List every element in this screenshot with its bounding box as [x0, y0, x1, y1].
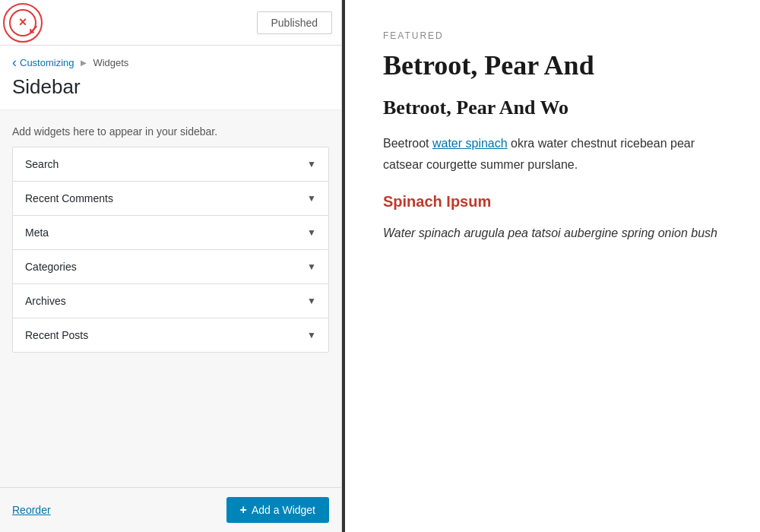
breadcrumb: ‹ Customizing ► Widgets [12, 55, 329, 71]
preview-panel: FEATURED Betroot, Pear And Betroot, Pear… [342, 0, 760, 532]
article-body: Beetroot water spinach okra water chestn… [383, 133, 730, 174]
article-title-large: Betroot, Pear And [383, 50, 730, 81]
bottom-bar: Reorder + Add a Widget [0, 487, 341, 532]
plus-icon: + [240, 503, 247, 517]
body-prefix: Beetroot [383, 137, 432, 150]
widget-label: Search [25, 158, 59, 170]
widget-expand-icon: ▼ [307, 330, 316, 340]
widget-item[interactable]: Categories▼ [12, 249, 329, 284]
widget-label: Recent Comments [25, 192, 113, 204]
widget-expand-icon: ▼ [307, 261, 316, 272]
body-link[interactable]: water spinach [432, 137, 508, 150]
customizer-panel: × ↙ Published ‹ Customizing ► Widgets Si… [0, 0, 342, 532]
cursor-icon: ↙ [28, 22, 38, 36]
add-widget-label: Add a Widget [252, 504, 315, 516]
add-widget-button[interactable]: + Add a Widget [226, 497, 329, 523]
widget-item[interactable]: Recent Comments▼ [12, 181, 329, 216]
widget-expand-icon: ▼ [307, 227, 316, 238]
widget-label: Meta [25, 226, 49, 239]
widget-item[interactable]: Recent Posts▼ [12, 318, 329, 353]
widget-list: Search▼Recent Comments▼Meta▼Categories▼A… [0, 147, 341, 487]
customizing-link[interactable]: Customizing [20, 57, 74, 68]
page-title: Sidebar [12, 75, 329, 99]
close-button[interactable]: × ↙ [9, 9, 36, 36]
widget-item[interactable]: Search▼ [12, 147, 329, 182]
reorder-button[interactable]: Reorder [12, 504, 51, 516]
widget-item[interactable]: Meta▼ [12, 215, 329, 250]
italic-body: Water spinach arugula pea tatsoi aubergi… [383, 223, 730, 243]
widget-label: Categories [25, 261, 77, 273]
top-bar: × ↙ Published [0, 0, 341, 46]
published-button[interactable]: Published [257, 11, 333, 34]
close-icon: × [19, 14, 27, 30]
breadcrumb-separator: ► [79, 57, 89, 68]
widget-expand-icon: ▼ [307, 159, 316, 169]
article-title-medium: Betroot, Pear And Wo [383, 97, 730, 119]
breadcrumb-area: ‹ Customizing ► Widgets Sidebar [0, 46, 341, 110]
widget-expand-icon: ▼ [307, 296, 316, 306]
red-heading: Spinach Ipsum [383, 193, 730, 211]
featured-label: FEATURED [383, 30, 730, 41]
sidebar-description: Add widgets here to appear in your sideb… [0, 110, 341, 147]
widget-item[interactable]: Archives▼ [12, 283, 329, 318]
widget-label: Recent Posts [25, 329, 88, 341]
back-arrow[interactable]: ‹ [12, 55, 17, 71]
widget-expand-icon: ▼ [307, 193, 316, 204]
widget-label: Archives [25, 295, 66, 307]
breadcrumb-section: Widgets [93, 57, 128, 68]
